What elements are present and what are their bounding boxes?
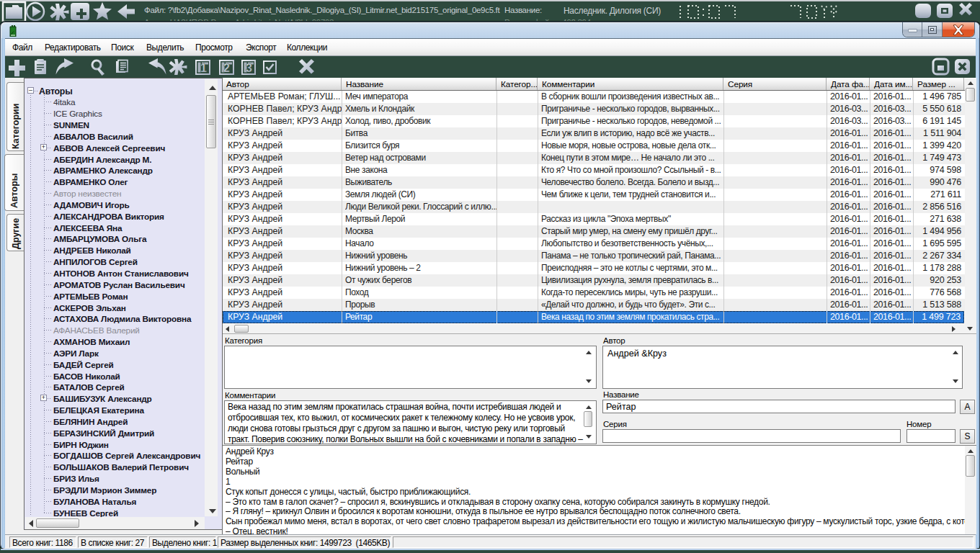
- svg-text:1: 1: [200, 62, 207, 74]
- svg-text:3: 3: [246, 62, 252, 74]
- svg-text:2: 2: [223, 62, 230, 74]
